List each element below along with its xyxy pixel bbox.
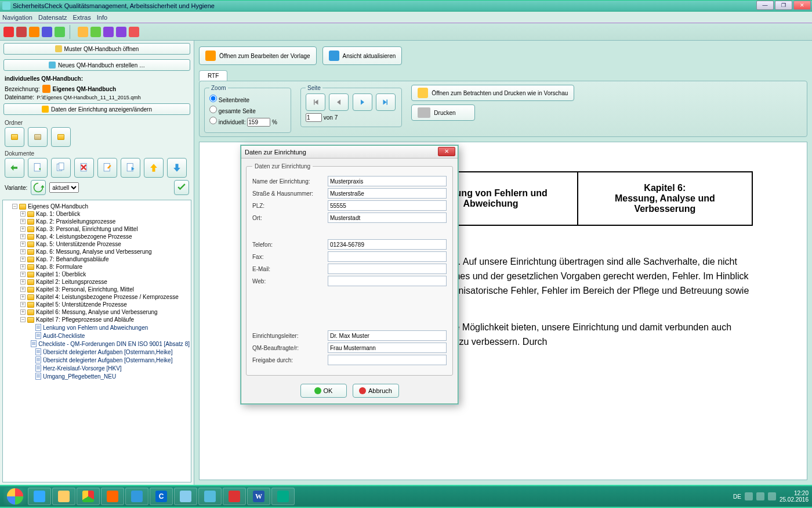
input-freigabe[interactable] [328, 355, 447, 365]
tree-chapter[interactable]: Kap. 1: Überblick [36, 211, 80, 217]
task-app3[interactable] [174, 488, 197, 505]
input-street[interactable] [328, 188, 447, 199]
task-firefox[interactable] [101, 488, 124, 505]
input-org-name[interactable] [328, 176, 447, 186]
input-leiter[interactable] [328, 330, 447, 341]
input-plz[interactable] [328, 200, 447, 211]
dialog-titlebar[interactable]: Daten zur Einrichtung ✕ [241, 146, 458, 158]
doc-new-button[interactable] [28, 158, 48, 178]
tree-document[interactable]: Checkliste - QM-Forderungen DIN EN ISO 9… [38, 341, 190, 347]
tree-document[interactable]: Umgang_Pflegebetten_NEU [43, 373, 116, 380]
tree-chapter[interactable]: Kap. 6: Messung, Analyse und Verbesserun… [36, 248, 152, 255]
zoom-pagewidth[interactable]: Seitenbreite [209, 93, 286, 105]
input-telefon[interactable] [328, 239, 447, 250]
toolbar-refresh-icon[interactable] [129, 27, 139, 37]
tree-collapse-icon[interactable]: − [12, 204, 17, 209]
doc-copy-button[interactable] [51, 158, 71, 178]
variant-select[interactable]: aktuell [49, 182, 79, 193]
tray-network-icon[interactable] [756, 492, 764, 500]
doc-import-button[interactable] [5, 158, 24, 178]
tray-volume-icon[interactable] [768, 492, 776, 500]
input-fax[interactable] [328, 251, 447, 262]
tree-chapter[interactable]: Kap. 8: Formulare [36, 264, 82, 270]
dialog-close-button[interactable]: ✕ [438, 147, 455, 156]
tree-expand-icon[interactable]: + [20, 242, 26, 247]
doc-down-button[interactable] [167, 158, 187, 178]
tree-expand-icon[interactable]: + [20, 287, 26, 292]
task-ie[interactable] [28, 488, 51, 505]
start-button[interactable] [3, 488, 27, 505]
menu-datensatz[interactable]: Datensatz [38, 14, 67, 21]
tree-chapter[interactable]: Kap. 3: Personal, Einrichtung und Mittel [36, 226, 138, 232]
toolbar-undo-icon[interactable] [78, 27, 88, 37]
task-app5[interactable] [223, 488, 246, 505]
tree-chapter[interactable]: Kapitel 1: Überblick [36, 271, 86, 278]
input-email[interactable] [328, 264, 447, 274]
dialog-ok-button[interactable]: OK [300, 384, 347, 398]
tree-document[interactable]: Übersicht delegierter Aufgaben [Osterman… [43, 349, 172, 355]
input-ort[interactable] [328, 212, 447, 223]
refresh-view-button[interactable]: Ansicht aktualisieren [322, 46, 403, 65]
toolbar-doc-icon[interactable] [42, 27, 52, 37]
task-word[interactable]: W [247, 488, 270, 505]
toolbar-saveas-icon[interactable] [116, 27, 126, 37]
dialog-cancel-button[interactable]: Abbruch [353, 384, 399, 398]
zoom-custom[interactable]: individuell: % [209, 116, 286, 128]
new-handbook-button[interactable]: Neues QM-Handbuch erstellen … [3, 59, 190, 71]
task-app4[interactable] [198, 488, 222, 505]
open-sample-handbook-button[interactable]: Muster QM-Handbuch öffnen [3, 43, 190, 55]
doc-export-button[interactable] [121, 158, 140, 178]
menu-info[interactable]: Info [97, 14, 107, 21]
edit-template-button[interactable]: Öffnen zum Bearbeiten der Vorlage [199, 46, 317, 65]
tree-chapter[interactable]: Kap. 2: Praxisleitungsprozesse [36, 218, 115, 225]
page-prev-button[interactable] [329, 93, 349, 111]
tree-chapter[interactable]: Kap. 7: Behandlungsabläufe [36, 256, 109, 262]
task-chrome[interactable] [77, 488, 100, 505]
tree-expand-icon[interactable]: − [20, 317, 26, 322]
tree-expand-icon[interactable]: + [20, 302, 26, 307]
tree-document[interactable]: Lenkung von Fehlern und Abweichungen [43, 325, 148, 331]
tray-clock[interactable]: 12:20 25.02.2016 [780, 490, 809, 503]
tree-chapter[interactable]: Kapitel 3: Personal, Einrichtung, Mittel [36, 286, 134, 293]
doc-delete-button[interactable] [74, 158, 94, 178]
open-preview-button[interactable]: Öffnen zum Betrachten und Drucken wie in… [411, 85, 574, 101]
tree-chapter[interactable]: Kap. 4: Leistungsbezogene Prozesse [36, 233, 132, 240]
zoom-wholepage[interactable]: gesamte Seite [209, 105, 286, 116]
toolbar-home-icon[interactable] [3, 27, 14, 37]
toolbar-clock-icon[interactable] [29, 27, 39, 37]
tray-language[interactable]: DE [733, 493, 741, 500]
tree-expand-icon[interactable]: + [20, 272, 26, 277]
tree-expand-icon[interactable]: + [20, 264, 26, 269]
tree-document[interactable]: Herz-Kreislauf-Vorsorge [HKV] [43, 365, 122, 372]
task-app1[interactable] [125, 488, 148, 505]
tree-expand-icon[interactable]: + [20, 249, 26, 254]
tab-rtf[interactable]: RTF [199, 70, 227, 81]
tree-root[interactable]: Eigenes QM-Handbuch [28, 203, 88, 210]
tree-chapter[interactable]: Kapitel 6: Messung, Analyse und Verbesse… [36, 309, 158, 315]
menu-extras[interactable]: Extras [73, 14, 91, 21]
input-qm[interactable] [328, 343, 447, 353]
tree-document[interactable]: Audit-Checkliste [43, 333, 85, 339]
toolbar-redo-icon[interactable] [90, 27, 101, 37]
edit-icon[interactable] [42, 85, 50, 93]
tree-expand-icon[interactable]: + [20, 234, 26, 239]
tree-expand-icon[interactable]: + [20, 226, 26, 232]
folder-edit-button[interactable] [51, 127, 71, 147]
tree-document[interactable]: Übersicht delegierter Aufgaben [Osterman… [43, 357, 172, 363]
tree-chapter[interactable]: Kap. 5: Unterstützende Prozesse [36, 241, 121, 247]
handbook-tree[interactable]: −Eigenes QM-Handbuch +Kap. 1: Überblick+… [2, 200, 191, 482]
page-last-button[interactable] [376, 93, 396, 111]
task-app2[interactable]: C [150, 488, 173, 505]
tree-expand-icon[interactable]: + [20, 279, 26, 284]
doc-up-button[interactable] [144, 158, 164, 178]
input-web[interactable] [328, 276, 447, 286]
tree-chapter[interactable]: Kapitel 5: Unterstützende Prozesse [36, 301, 127, 308]
tree-expand-icon[interactable]: + [20, 257, 26, 262]
tree-chapter[interactable]: Kapitel 4: Leistungsbezogene Prozesse / … [36, 294, 179, 300]
window-close[interactable]: ✕ [793, 1, 811, 10]
task-current[interactable] [271, 488, 295, 505]
tree-expand-icon[interactable]: + [20, 309, 26, 315]
edit-org-data-button[interactable]: Daten der Einrichtung anzeigen/ändern [3, 103, 190, 115]
doc-edit-button[interactable] [97, 158, 117, 178]
print-button[interactable]: Drucken [411, 105, 475, 121]
